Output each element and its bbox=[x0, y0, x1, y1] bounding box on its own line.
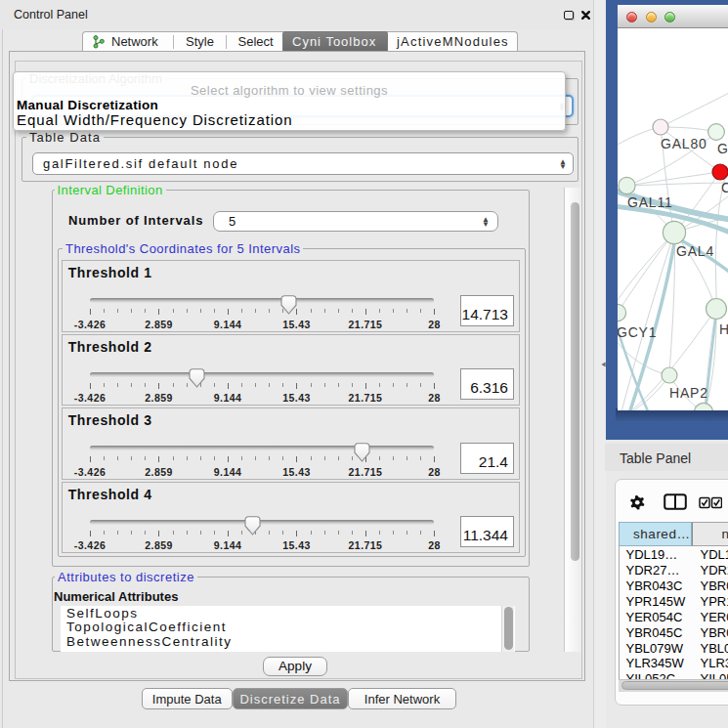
svg-text:GAL11: GAL11 bbox=[627, 194, 673, 210]
svg-text:GA: GA bbox=[717, 141, 728, 156]
svg-text:GAL4: GAL4 bbox=[676, 243, 714, 259]
svg-text:C: C bbox=[721, 180, 728, 195]
svg-text:HAP2: HAP2 bbox=[669, 385, 708, 401]
svg-text:GCY1: GCY1 bbox=[618, 324, 657, 340]
svg-text:GAL80: GAL80 bbox=[661, 136, 707, 151]
svg-text:H: H bbox=[719, 321, 728, 337]
